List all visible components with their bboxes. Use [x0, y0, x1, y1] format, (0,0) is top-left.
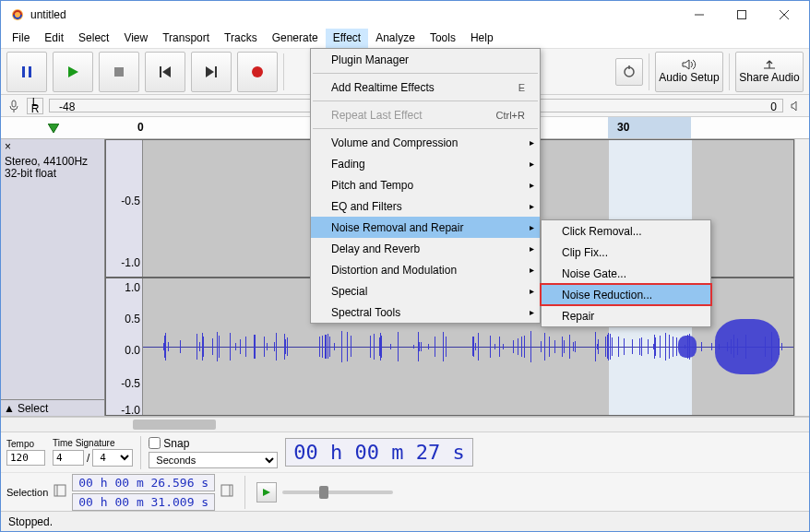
share-audio-label: Share Audio	[739, 71, 799, 84]
minimize-button[interactable]	[678, 1, 721, 29]
effect-item-fading[interactable]: Fading▸	[311, 153, 540, 174]
svg-rect-20	[221, 485, 232, 496]
effect-item-plugin-manager[interactable]: Plugin Manager	[311, 49, 540, 70]
snap-checkbox[interactable]: Snap	[149, 437, 278, 450]
tempo-input[interactable]	[6, 450, 45, 466]
effect-item-volume-and-compression[interactable]: Volume and Compression▸	[311, 132, 540, 153]
share-audio-button[interactable]: Share Audio	[735, 52, 804, 92]
record-meter-lr: LR	[27, 98, 43, 114]
submenu-arrow-icon: ▸	[530, 243, 534, 254]
timesig-num-input[interactable]	[53, 450, 84, 466]
play-button[interactable]	[53, 52, 93, 92]
app-icon	[10, 7, 25, 22]
menu-view[interactable]: View	[116, 29, 155, 48]
maximize-button[interactable]	[721, 1, 763, 29]
tempo-label: Tempo	[6, 439, 45, 449]
submenu-item-clip-fix-[interactable]: Clip Fix...	[542, 242, 710, 263]
ruler-tick: 30	[617, 121, 629, 134]
submenu-arrow-icon: ▸	[530, 180, 534, 190]
svg-point-13	[252, 66, 263, 77]
track-control-panel[interactable]: × Stereo, 44100Hz 32-bit float ▲ Select	[1, 139, 105, 416]
timesig-field: Time Signature / 4	[53, 438, 133, 467]
ruler-tick: 0	[137, 121, 144, 134]
effect-item-repeat-last-effect: Repeat Last EffectCtrl+R	[311, 104, 540, 125]
tempo-field: Tempo	[6, 439, 45, 466]
menu-tracks[interactable]: Tracks	[217, 29, 265, 48]
submenu-arrow-icon: ▸	[530, 222, 534, 232]
effect-item-distortion-and-modulation[interactable]: Distortion and Modulation▸	[311, 259, 540, 280]
close-button[interactable]	[763, 1, 805, 29]
statusbar: Stopped.	[1, 511, 809, 531]
pause-button[interactable]	[6, 52, 47, 92]
submenu-arrow-icon: ▸	[530, 265, 534, 275]
svg-marker-7	[68, 66, 78, 77]
effect-item-add-realtime-effects[interactable]: Add Realtime EffectsE	[311, 77, 540, 98]
menu-effect[interactable]: Effect	[326, 29, 368, 48]
timesig-label: Time Signature	[53, 438, 133, 448]
svg-rect-8	[114, 67, 124, 77]
playback-speed-slider[interactable]	[282, 491, 393, 494]
svg-marker-10	[162, 66, 171, 77]
horizontal-scrollbar[interactable]	[1, 417, 809, 432]
svg-rect-5	[22, 66, 25, 77]
menu-analyze[interactable]: Analyze	[368, 29, 423, 48]
svg-rect-11	[215, 66, 217, 77]
menu-help[interactable]: Help	[463, 29, 501, 48]
timesig-den-select[interactable]: 4	[92, 449, 133, 467]
loop-button[interactable]	[615, 58, 643, 86]
submenu-arrow-icon: ▸	[530, 286, 534, 296]
amplitude-axis: -0.5 -1.0	[106, 140, 143, 277]
submenu-item-noise-reduction-[interactable]: Noise Reduction...	[542, 284, 710, 305]
selection-label: Selection	[6, 487, 48, 498]
effect-item-special[interactable]: Special▸	[311, 280, 540, 301]
effect-item-pitch-and-tempo[interactable]: Pitch and Tempo▸	[311, 174, 540, 195]
svg-rect-6	[29, 66, 31, 77]
skip-start-button[interactable]	[145, 52, 185, 92]
svg-rect-9	[160, 66, 161, 77]
position-time-display[interactable]: 00 h 00 m 27 s	[285, 438, 472, 467]
audio-setup-button[interactable]: Audio Setup	[655, 52, 723, 92]
meter-tick: 0	[770, 100, 777, 113]
submenu-arrow-icon: ▸	[530, 307, 534, 317]
selection-mode-icon[interactable]	[54, 484, 66, 500]
track-info: Stereo, 44100Hz 32-bit float	[1, 154, 104, 182]
stop-button[interactable]	[99, 52, 139, 92]
snap-group: Snap Seconds	[149, 437, 278, 468]
track-select-button[interactable]: ▲ Select	[1, 399, 104, 416]
effect-item-eq-and-filters[interactable]: EQ and Filters▸	[311, 195, 540, 217]
skip-end-button[interactable]	[191, 52, 232, 92]
status-text: Stopped.	[8, 515, 53, 528]
menu-edit[interactable]: Edit	[37, 29, 71, 48]
speaker-icon	[789, 99, 804, 113]
svg-marker-22	[263, 489, 270, 496]
menu-generate[interactable]: Generate	[265, 29, 326, 48]
vertical-scrollbar[interactable]	[794, 139, 809, 416]
selection-mode-icon-2[interactable]	[220, 484, 233, 500]
playhead-marker[interactable]	[48, 124, 59, 133]
titlebar: untitled	[1, 1, 809, 29]
snap-select[interactable]: Seconds	[149, 452, 278, 468]
time-toolbar: Tempo Time Signature / 4 Snap Seconds 00…	[1, 432, 809, 472]
menu-select[interactable]: Select	[71, 29, 116, 48]
submenu-arrow-icon: ▸	[530, 201, 534, 211]
timesig-slash: /	[87, 452, 89, 465]
submenu-item-repair[interactable]: Repair	[542, 305, 710, 326]
play-at-speed-button[interactable]	[256, 482, 277, 502]
menu-file[interactable]: File	[5, 29, 37, 48]
menu-transport[interactable]: Transport	[155, 29, 217, 48]
submenu-item-click-removal-[interactable]: Click Removal...	[542, 220, 710, 242]
effect-item-spectral-tools[interactable]: Spectral Tools▸	[311, 301, 540, 323]
collapse-arrow-icon: ▲	[4, 402, 15, 415]
effect-item-delay-and-reverb[interactable]: Delay and Reverb▸	[311, 238, 540, 259]
speaker-icon	[682, 59, 697, 70]
svg-marker-17	[48, 124, 59, 133]
selection-start-time[interactable]: 00 h 00 m 26.596 s	[72, 474, 215, 491]
noise-removal-submenu: Click Removal...Clip Fix...Noise Gate...…	[541, 219, 711, 327]
track-close-button[interactable]: ×	[5, 140, 11, 153]
submenu-item-noise-gate-[interactable]: Noise Gate...	[542, 263, 710, 284]
menu-tools[interactable]: Tools	[423, 29, 463, 48]
record-button[interactable]	[237, 52, 278, 92]
effect-item-noise-removal-and-repair[interactable]: Noise Removal and Repair▸	[311, 217, 540, 238]
mic-icon	[6, 99, 21, 113]
selection-end-time[interactable]: 00 h 00 m 31.009 s	[72, 493, 215, 511]
